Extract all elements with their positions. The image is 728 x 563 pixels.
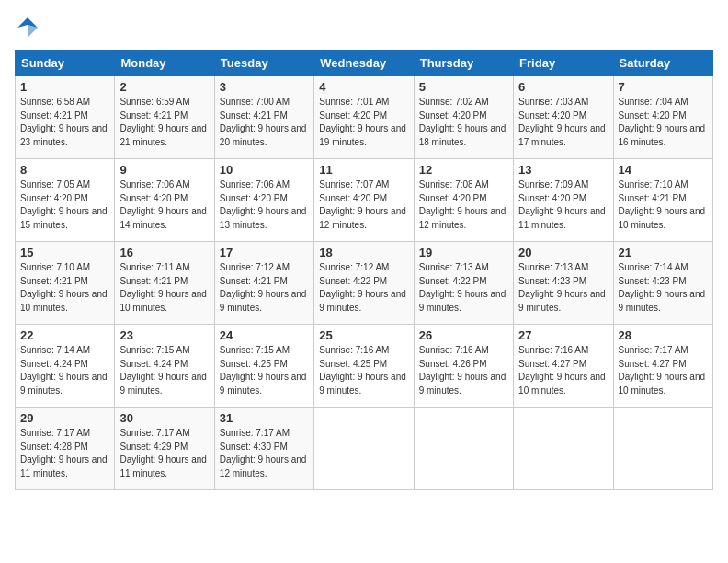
day-info: Sunrise: 7:11 AMSunset: 4:21 PMDaylight:…	[119, 262, 207, 313]
day-number: 28	[619, 328, 708, 342]
day-info: Sunrise: 7:12 AMSunset: 4:21 PMDaylight:…	[220, 262, 307, 313]
day-info: Sunrise: 7:12 AMSunset: 4:22 PMDaylight:…	[319, 262, 406, 313]
day-info: Sunrise: 7:10 AMSunset: 4:21 PMDaylight:…	[20, 262, 108, 313]
day-number: 15	[20, 246, 109, 259]
day-info: Sunrise: 6:58 AMSunset: 4:21 PMDaylight:…	[20, 97, 108, 147]
day-info: Sunrise: 7:02 AMSunset: 4:20 PMDaylight:…	[419, 97, 506, 147]
day-number: 5	[419, 80, 508, 94]
calendar-cell: 20Sunrise: 7:13 AMSunset: 4:23 PMDayligh…	[514, 242, 613, 325]
calendar-cell	[314, 408, 414, 490]
day-number: 30	[119, 411, 209, 425]
day-info: Sunrise: 7:15 AMSunset: 4:25 PMDaylight:…	[220, 345, 307, 396]
day-info: Sunrise: 7:17 AMSunset: 4:29 PMDaylight:…	[119, 428, 207, 478]
calendar-cell: 17Sunrise: 7:12 AMSunset: 4:21 PMDayligh…	[214, 242, 313, 325]
day-info: Sunrise: 6:59 AMSunset: 4:21 PMDaylight:…	[119, 97, 207, 147]
day-number: 25	[319, 328, 408, 342]
calendar-cell: 10Sunrise: 7:06 AMSunset: 4:20 PMDayligh…	[214, 159, 313, 242]
day-number: 27	[518, 328, 608, 342]
day-number: 2	[119, 80, 209, 94]
calendar-cell: 28Sunrise: 7:17 AMSunset: 4:27 PMDayligh…	[613, 325, 712, 408]
col-header-tuesday: Tuesday	[214, 51, 313, 76]
calendar-cell: 2Sunrise: 6:59 AMSunset: 4:21 PMDaylight…	[115, 76, 214, 159]
calendar-cell	[613, 408, 712, 490]
day-info: Sunrise: 7:00 AMSunset: 4:21 PMDaylight:…	[220, 97, 307, 147]
calendar-cell: 3Sunrise: 7:00 AMSunset: 4:21 PMDaylight…	[214, 76, 313, 159]
day-info: Sunrise: 7:14 AMSunset: 4:23 PMDaylight:…	[619, 262, 706, 313]
calendar-cell: 26Sunrise: 7:16 AMSunset: 4:26 PMDayligh…	[414, 325, 513, 408]
day-number: 4	[319, 80, 408, 94]
calendar-cell	[514, 408, 613, 490]
calendar-cell: 25Sunrise: 7:16 AMSunset: 4:25 PMDayligh…	[314, 325, 414, 408]
day-info: Sunrise: 7:16 AMSunset: 4:25 PMDaylight:…	[319, 345, 406, 396]
day-number: 6	[518, 80, 608, 94]
day-info: Sunrise: 7:08 AMSunset: 4:20 PMDaylight:…	[419, 179, 506, 230]
day-number: 18	[319, 246, 408, 259]
calendar-cell: 9Sunrise: 7:06 AMSunset: 4:20 PMDaylight…	[115, 159, 214, 242]
calendar-table: SundayMondayTuesdayWednesdayThursdayFrid…	[15, 50, 713, 490]
logo-icon	[15, 15, 40, 40]
day-number: 1	[20, 80, 109, 94]
day-number: 24	[220, 328, 309, 342]
calendar-cell: 21Sunrise: 7:14 AMSunset: 4:23 PMDayligh…	[613, 242, 712, 325]
calendar-cell: 29Sunrise: 7:17 AMSunset: 4:28 PMDayligh…	[16, 408, 115, 490]
day-number: 21	[619, 246, 708, 259]
day-number: 12	[419, 163, 508, 177]
col-header-thursday: Thursday	[414, 51, 513, 76]
day-info: Sunrise: 7:04 AMSunset: 4:20 PMDaylight:…	[619, 97, 706, 147]
calendar-cell: 1Sunrise: 6:58 AMSunset: 4:21 PMDaylight…	[16, 76, 115, 159]
day-info: Sunrise: 7:06 AMSunset: 4:20 PMDaylight:…	[220, 179, 307, 230]
day-info: Sunrise: 7:09 AMSunset: 4:20 PMDaylight:…	[518, 179, 606, 230]
calendar-cell	[414, 408, 513, 490]
day-info: Sunrise: 7:16 AMSunset: 4:27 PMDaylight:…	[518, 345, 606, 396]
calendar-cell: 5Sunrise: 7:02 AMSunset: 4:20 PMDaylight…	[414, 76, 513, 159]
day-number: 19	[419, 246, 508, 259]
calendar-cell: 27Sunrise: 7:16 AMSunset: 4:27 PMDayligh…	[514, 325, 613, 408]
calendar-cell: 14Sunrise: 7:10 AMSunset: 4:21 PMDayligh…	[613, 159, 712, 242]
calendar-cell: 13Sunrise: 7:09 AMSunset: 4:20 PMDayligh…	[514, 159, 613, 242]
day-info: Sunrise: 7:05 AMSunset: 4:20 PMDaylight:…	[20, 179, 108, 230]
day-info: Sunrise: 7:13 AMSunset: 4:23 PMDaylight:…	[518, 262, 606, 313]
col-header-sunday: Sunday	[16, 51, 115, 76]
calendar-cell: 7Sunrise: 7:04 AMSunset: 4:20 PMDaylight…	[613, 76, 712, 159]
day-info: Sunrise: 7:10 AMSunset: 4:21 PMDaylight:…	[619, 179, 706, 230]
day-info: Sunrise: 7:14 AMSunset: 4:24 PMDaylight:…	[20, 345, 108, 396]
day-number: 26	[419, 328, 508, 342]
calendar-cell: 18Sunrise: 7:12 AMSunset: 4:22 PMDayligh…	[314, 242, 414, 325]
day-number: 7	[619, 80, 708, 94]
calendar-cell: 16Sunrise: 7:11 AMSunset: 4:21 PMDayligh…	[115, 242, 214, 325]
calendar-cell: 4Sunrise: 7:01 AMSunset: 4:20 PMDaylight…	[314, 76, 414, 159]
day-info: Sunrise: 7:07 AMSunset: 4:20 PMDaylight:…	[319, 179, 406, 230]
calendar-cell: 6Sunrise: 7:03 AMSunset: 4:20 PMDaylight…	[514, 76, 613, 159]
day-info: Sunrise: 7:03 AMSunset: 4:20 PMDaylight:…	[518, 97, 606, 147]
day-number: 9	[119, 163, 209, 177]
day-info: Sunrise: 7:17 AMSunset: 4:30 PMDaylight:…	[220, 428, 307, 478]
day-number: 29	[20, 411, 109, 425]
page-header	[15, 15, 713, 40]
day-number: 8	[20, 163, 109, 177]
day-info: Sunrise: 7:13 AMSunset: 4:22 PMDaylight:…	[419, 262, 506, 313]
day-number: 14	[619, 163, 708, 177]
calendar-cell: 31Sunrise: 7:17 AMSunset: 4:30 PMDayligh…	[214, 408, 313, 490]
logo	[15, 15, 44, 40]
calendar-cell: 12Sunrise: 7:08 AMSunset: 4:20 PMDayligh…	[414, 159, 513, 242]
col-header-friday: Friday	[514, 51, 613, 76]
day-number: 17	[220, 246, 309, 259]
day-number: 22	[20, 328, 109, 342]
col-header-saturday: Saturday	[613, 51, 712, 76]
day-info: Sunrise: 7:01 AMSunset: 4:20 PMDaylight:…	[319, 97, 406, 147]
calendar-cell: 11Sunrise: 7:07 AMSunset: 4:20 PMDayligh…	[314, 159, 414, 242]
day-number: 20	[518, 246, 608, 259]
day-number: 3	[220, 80, 309, 94]
day-number: 13	[518, 163, 608, 177]
calendar-cell: 19Sunrise: 7:13 AMSunset: 4:22 PMDayligh…	[414, 242, 513, 325]
day-info: Sunrise: 7:17 AMSunset: 4:28 PMDaylight:…	[20, 428, 108, 478]
day-info: Sunrise: 7:06 AMSunset: 4:20 PMDaylight:…	[119, 179, 207, 230]
col-header-monday: Monday	[115, 51, 214, 76]
calendar-cell: 24Sunrise: 7:15 AMSunset: 4:25 PMDayligh…	[214, 325, 313, 408]
day-number: 10	[220, 163, 309, 177]
calendar-cell: 22Sunrise: 7:14 AMSunset: 4:24 PMDayligh…	[16, 325, 115, 408]
day-number: 11	[319, 163, 408, 177]
day-number: 23	[119, 328, 209, 342]
calendar-cell: 15Sunrise: 7:10 AMSunset: 4:21 PMDayligh…	[16, 242, 115, 325]
day-info: Sunrise: 7:17 AMSunset: 4:27 PMDaylight:…	[619, 345, 706, 396]
